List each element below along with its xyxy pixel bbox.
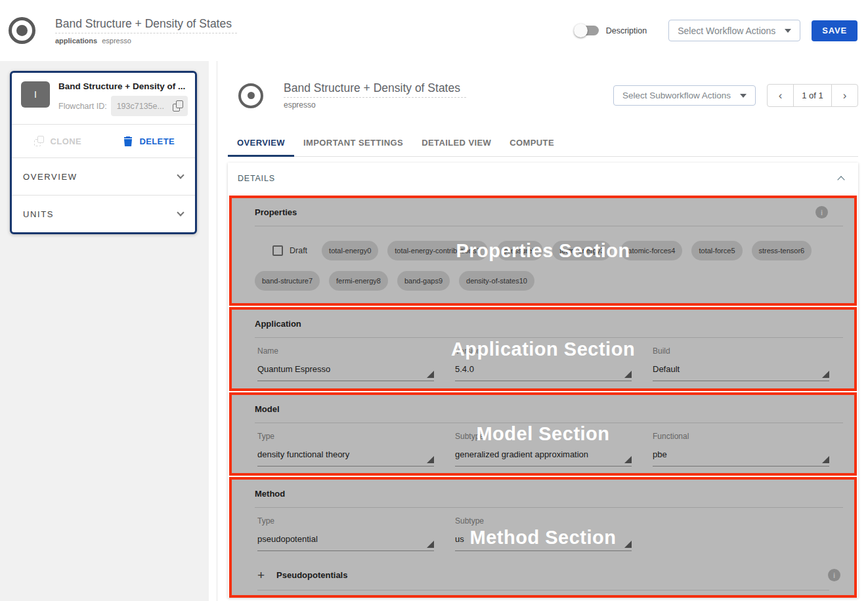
model-section-title: Model <box>255 395 843 414</box>
property-chip[interactable]: total-energy-contributions1 <box>387 241 487 260</box>
workflow-title-block: Band Structure + Density of States appli… <box>55 17 237 45</box>
subworkflow-actions-select[interactable]: Select Subworkflow Actions <box>613 85 756 106</box>
property-chip[interactable]: band-gaps9 <box>397 271 450 291</box>
subworkflow-controls: Select Subworkflow Actions ‹ 1 of 1 › <box>613 84 858 107</box>
description-toggle[interactable] <box>576 26 599 35</box>
workflow-actions-select-label: Select Workflow Actions <box>678 26 775 36</box>
delete-button[interactable]: DELETE <box>104 136 196 146</box>
unit-card-info: Band Structure + Density of ... Flowchar… <box>58 81 188 116</box>
flowchart-id-field[interactable]: 193c7135e... <box>111 96 188 116</box>
clone-button-label: CLONE <box>51 136 82 146</box>
workflow-title-input[interactable]: Band Structure + Density of States <box>55 17 237 33</box>
workflow-actions-select[interactable]: Select Workflow Actions <box>668 20 800 41</box>
sidebar: I Band Structure + Density of ... Flowch… <box>0 61 209 601</box>
unit-card-actions: CLONE DELETE <box>12 124 195 157</box>
property-chip[interactable]: fermi-energy8 <box>329 271 388 291</box>
field-label: Name <box>257 346 434 356</box>
info-icon[interactable]: i <box>828 569 840 581</box>
tab-overview[interactable]: OVERVIEW <box>228 129 294 156</box>
info-icon[interactable]: i <box>815 206 828 218</box>
application-build-select[interactable]: Default <box>653 364 829 381</box>
prev-page-button[interactable]: ‹ <box>767 84 794 107</box>
tab-detailed-view[interactable]: DETAILED VIEW <box>412 129 500 156</box>
app-logo-icon[interactable] <box>9 17 35 44</box>
subworkflow-pagination: ‹ 1 of 1 › <box>767 84 858 107</box>
save-button[interactable]: SAVE <box>812 20 857 41</box>
add-pseudopotential-button[interactable]: + <box>257 569 265 581</box>
application-version-field: Version 5.4.0 <box>455 346 632 381</box>
draft-checkbox[interactable] <box>272 245 283 256</box>
select-caret-icon <box>427 456 434 463</box>
property-chip[interactable]: total-force5 <box>691 241 742 260</box>
unit-card: I Band Structure + Density of ... Flowch… <box>10 71 197 234</box>
property-chip[interactable]: fermi-energy3 <box>552 241 611 260</box>
sidebar-item-overview[interactable]: OVERVIEW <box>12 157 195 195</box>
pseudopotentials-row: + Pseudopotentials i <box>257 569 840 581</box>
application-version-select[interactable]: 5.4.0 <box>455 364 632 381</box>
property-chip[interactable]: atomic-forces4 <box>620 241 682 260</box>
sidebar-item-units-label: UNITS <box>23 209 54 219</box>
property-chip[interactable]: density-of-states10 <box>459 271 534 291</box>
field-label: Version <box>455 346 632 356</box>
tab-important-settings[interactable]: IMPORTANT SETTINGS <box>294 129 412 156</box>
properties-section-title: Properties <box>255 198 843 217</box>
property-chips-row: band-structure7 fermi-energy8 band-gaps9… <box>255 271 843 291</box>
details-accordion-header[interactable]: DETAILS <box>228 163 858 194</box>
select-caret-icon <box>427 371 434 378</box>
divider <box>255 423 843 423</box>
app-body: I Band Structure + Density of ... Flowch… <box>0 61 868 601</box>
copy-icon[interactable] <box>173 100 183 112</box>
unit-card-header: I Band Structure + Density of ... Flowch… <box>12 73 195 124</box>
field-label: Type <box>257 432 434 441</box>
clone-icon <box>34 136 44 146</box>
next-page-button[interactable]: › <box>831 84 858 107</box>
method-type-field: Type pseudopotential <box>257 516 434 551</box>
model-subtype-select[interactable]: generalized gradient approximation <box>455 449 632 466</box>
app-header: Band Structure + Density of States appli… <box>0 0 868 61</box>
breadcrumb-category[interactable]: applications <box>55 37 97 45</box>
pseudopotentials-label: Pseudopotentials <box>276 570 347 580</box>
app-logo-dot <box>16 25 28 36</box>
app-screen: Band Structure + Density of States appli… <box>0 0 868 601</box>
field-label: Type <box>257 516 434 526</box>
method-subtype-field: Subtype us <box>455 516 632 551</box>
property-chip[interactable]: stress-tensor6 <box>752 241 812 260</box>
method-section-title: Method <box>255 480 843 499</box>
model-functional-field: Functional pbe <box>653 432 829 466</box>
main-content: Band Structure + Density of States espre… <box>217 61 868 601</box>
subworkflow-icon <box>238 83 263 108</box>
divider <box>255 337 843 338</box>
chevron-up-icon <box>837 176 844 183</box>
chevron-down-icon <box>177 171 184 178</box>
model-type-select[interactable]: density functional theory <box>257 449 434 466</box>
clone-button[interactable]: CLONE <box>12 136 104 146</box>
property-chip[interactable]: total-energy0 <box>322 241 378 260</box>
application-name-field: Name Quantum Espresso <box>257 346 434 381</box>
application-fields: Name Quantum Espresso Version <box>257 346 829 381</box>
flowchart-id-value: 193c7135e... <box>117 102 173 111</box>
details-title: DETAILS <box>238 174 275 183</box>
subworkflow-actions-select-label: Select Subworkflow Actions <box>622 91 731 100</box>
divider <box>255 226 843 226</box>
subworkflow-title-input[interactable]: Band Structure + Density of States <box>284 81 466 98</box>
property-chip[interactable]: pressure2 <box>497 241 544 260</box>
divider <box>255 507 843 508</box>
description-toggle-label: Description <box>606 26 647 35</box>
property-chip[interactable]: band-structure7 <box>255 271 320 291</box>
breadcrumb-item[interactable]: espresso <box>102 37 131 45</box>
model-functional-select[interactable]: pbe <box>653 449 829 466</box>
field-label: Functional <box>653 432 829 441</box>
draft-checkbox-label: Draft <box>290 246 307 255</box>
application-section: Application Name Quantum Espresso <box>229 307 857 391</box>
chevron-down-icon <box>177 209 184 216</box>
select-caret-icon <box>427 541 434 548</box>
divider <box>257 590 829 591</box>
property-chips-row: Draft total-energy0 total-energy-contrib… <box>255 241 843 260</box>
application-name-select[interactable]: Quantum Espresso <box>257 364 434 381</box>
tab-compute[interactable]: COMPUTE <box>500 129 563 156</box>
sidebar-item-units[interactable]: UNITS <box>12 195 195 232</box>
method-subtype-select[interactable]: us <box>455 534 632 551</box>
method-type-select[interactable]: pseudopotential <box>257 534 434 551</box>
trash-icon <box>123 136 133 146</box>
application-build-field: Build Default <box>653 346 829 381</box>
